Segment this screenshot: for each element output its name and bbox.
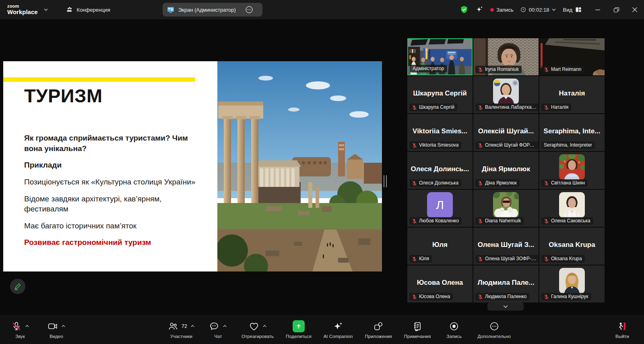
panel-resize-handle[interactable] <box>384 175 387 187</box>
participant-display-name: Олеся Долинсь... <box>409 165 471 173</box>
participant-tile-diana-nahernuik[interactable]: Diana Nahernuik <box>473 190 539 227</box>
audio-button[interactable]: Звук <box>9 315 31 344</box>
participant-letter-avatar: Л <box>427 192 453 218</box>
participant-display-name: Людмила Пале... <box>475 279 537 287</box>
participant-tile-oksana-krupa[interactable]: Oksana Krupa Oksana Krupa <box>539 228 605 265</box>
chat-button-label: Чат <box>214 334 222 339</box>
participants-button[interactable]: 72 Участники <box>168 315 195 344</box>
participant-tile-yusova-olena[interactable]: Юсова Олена Юсова Олена <box>407 265 473 303</box>
muted-mic-icon <box>412 294 417 299</box>
apps-button[interactable]: Приложения <box>365 315 392 344</box>
participants-scroll-down-button[interactable] <box>487 303 524 311</box>
participant-name-text: Viktoriia Smiesova <box>419 142 458 148</box>
more-button[interactable]: Дополнительно <box>477 315 511 344</box>
leave-meeting-button[interactable]: Выйти <box>611 315 634 344</box>
muted-mic-icon <box>478 143 483 148</box>
participant-name-label: Людмила Паленко <box>475 293 529 300</box>
participant-display-name: Юсова Олена <box>409 279 471 287</box>
notes-button[interactable]: Примечания <box>404 315 431 344</box>
participant-tile-olesia-dolynska[interactable]: Олеся Долинсь... Олеся Долинська <box>407 152 473 189</box>
muted-mic-icon <box>412 218 417 224</box>
participant-tile-shkarupa-serhii[interactable]: Шкарупа Сергій Шкарупа Сергій <box>407 76 473 113</box>
tab-conference[interactable]: Конференция <box>63 4 114 16</box>
chat-icon <box>209 321 219 332</box>
participant-tile-seraphima-interpreter[interactable]: Seraphima, Inte... Seraphima, Interprete… <box>539 114 605 151</box>
participant-tile-valentyna-labartkava[interactable]: Валентина Лабарткава <box>473 76 539 113</box>
video-button[interactable]: Видео <box>45 315 68 344</box>
participant-name-text: Шкарупа Сергій <box>419 104 454 110</box>
screen-tab-more-icon[interactable] <box>245 6 253 14</box>
participants-icon <box>168 321 178 332</box>
chat-chevron-icon[interactable] <box>223 324 227 328</box>
participant-name-text: Олеся Долинська <box>419 180 458 186</box>
participant-tile-nataliia[interactable]: Наталія Наталія <box>539 76 605 113</box>
participant-display-name: Seraphima, Inte... <box>541 127 603 135</box>
audio-options-chevron-icon[interactable] <box>25 324 29 328</box>
muted-mic-icon <box>478 294 483 299</box>
participant-avatar <box>493 79 519 104</box>
participant-tile-iryna-romaniuk[interactable]: Iryna Romaniuk <box>473 38 539 75</box>
window-close-button[interactable] <box>625 0 644 19</box>
participant-name-label: Світлана Шиян <box>541 179 588 187</box>
apps-icon <box>373 321 384 332</box>
participant-tile-liubov-kovalenko[interactable]: Л Любов Коваленко <box>407 190 473 227</box>
participant-name-label: Diana Nahernuik <box>475 217 524 225</box>
participant-name-text: Наталія <box>551 104 568 110</box>
annotate-button[interactable] <box>10 279 25 294</box>
participant-display-name: Юля <box>409 241 471 249</box>
participant-tile-svitlana-shyian[interactable]: Світлана Шиян <box>539 152 605 189</box>
participant-tile-yulia[interactable]: Юля Юля <box>407 228 473 265</box>
muted-mic-icon <box>544 67 549 72</box>
clock-icon <box>520 6 526 13</box>
slide-bullet: Відоме завдяки архітектурі, кав’ярням, ф… <box>24 194 204 214</box>
workspace-dropdown-chevron-icon[interactable] <box>43 7 48 12</box>
participant-name-text: Юля <box>419 256 429 261</box>
avatar-initial: Л <box>436 198 444 212</box>
participant-tile-liudmyla-palenko[interactable]: Людмила Пале... Людмила Паленко <box>473 265 539 303</box>
participant-name-text: Diana Nahernuik <box>485 218 521 224</box>
participant-tile-olena-shuhai[interactable]: Олена Шугай З... Олена Шугай ЗОФР-З... <box>473 228 539 265</box>
participant-name-label: Олена Шугай ЗОФР-З... <box>475 255 539 263</box>
view-button[interactable]: Вид <box>563 6 582 13</box>
window-minimize-button[interactable] <box>588 0 607 19</box>
record-button[interactable]: Запись <box>443 315 465 344</box>
participants-chevron-icon[interactable] <box>190 324 195 328</box>
video-options-chevron-icon[interactable] <box>61 324 66 328</box>
share-screen-button[interactable]: Поделиться <box>286 315 312 344</box>
react-button[interactable]: Отреагировать <box>242 315 274 344</box>
window-restore-button[interactable] <box>607 0 625 19</box>
muted-mic-icon <box>544 294 549 299</box>
participant-tile-olena-sakovska[interactable]: Олена Саковська <box>539 190 605 227</box>
participant-tile-administrator[interactable]: Адміністратор <box>407 38 473 75</box>
slide-examples-label: Приклади <box>24 160 204 170</box>
security-shield-icon[interactable] <box>460 5 469 14</box>
meeting-timer[interactable]: 00:02:18 <box>520 6 557 13</box>
participant-tile-mart-reimann[interactable]: Mart Reimann <box>539 38 605 75</box>
ai-sparkle-icon <box>333 321 343 332</box>
slide-text-block: Як громада сприймається туристами? Чим в… <box>24 133 204 254</box>
record-button-label: Запись <box>446 334 462 339</box>
participant-tile-oleksii-shuhai[interactable]: Олексій Шугай... Олексій Шугай ФОРТЕ... <box>473 114 539 151</box>
participant-name-text: Людмила Паленко <box>485 294 526 299</box>
audio-button-label: Звук <box>15 334 25 339</box>
ai-companion-button[interactable]: AI Companion <box>324 315 353 344</box>
pencil-icon <box>13 282 22 291</box>
muted-mic-icon <box>412 105 417 110</box>
muted-mic-icon <box>544 105 549 110</box>
share-icon <box>293 320 305 332</box>
tab-shared-screen[interactable]: Экран (Администратор) <box>163 3 262 17</box>
chat-button[interactable]: Чат <box>207 315 229 344</box>
timer-chevron-icon[interactable] <box>551 7 556 12</box>
participant-tile-halyna-kushniruk[interactable]: Галина Кушнірук <box>539 265 605 303</box>
participant-tile-dina-yarmoliuk[interactable]: Діна Ярмолюк Діна Ярмолюк <box>473 152 539 189</box>
camera-icon <box>47 321 58 332</box>
participant-tile-viktoriia-smiesova[interactable]: Viktoriia Smies... Viktoriia Smiesova <box>407 114 473 151</box>
ai-companion-status-icon[interactable] <box>475 5 484 14</box>
participant-name-label: Юсова Олена <box>409 293 453 300</box>
react-chevron-icon[interactable] <box>262 324 267 328</box>
leave-button-label: Выйти <box>615 334 629 339</box>
participant-name-label: Seraphima, Interpreter <box>541 141 595 149</box>
muted-mic-icon <box>544 180 549 186</box>
participant-name-text: Олена Саковська <box>551 218 590 224</box>
muted-mic-icon <box>412 180 417 186</box>
